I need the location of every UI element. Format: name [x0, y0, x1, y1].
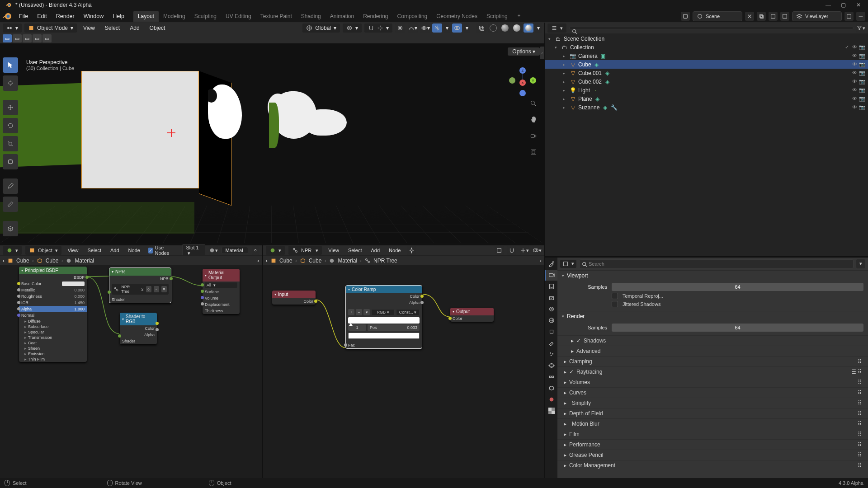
perspective-toggle-icon[interactable] — [528, 147, 539, 158]
npr-menu-view[interactable]: View — [326, 246, 342, 254]
axis-x[interactable]: X — [519, 80, 526, 86]
gizmo-dropdown[interactable]: ▾ — [444, 23, 450, 33]
hide-render-icon[interactable]: 📷 — [859, 79, 865, 84]
node-principled-bsdf[interactable]: ▾Principled BSDF BSDF Base Color Metalli… — [19, 267, 87, 362]
viewlayer-field[interactable]: ViewLayer — [792, 11, 842, 21]
npr-type-dropdown[interactable]: NPR ▾ — [288, 246, 322, 255]
ptab-viewlayer[interactable] — [545, 292, 557, 303]
ptab-tool[interactable] — [545, 258, 557, 269]
shading-dropdown[interactable]: ▾ — [535, 23, 542, 33]
ramp-position[interactable]: Pos0.033 — [368, 324, 420, 331]
outliner-scene-collection[interactable]: ▾ 🗀 Scene Collection — [545, 34, 868, 43]
editor-type-dropdown[interactable]: ▾ — [3, 23, 22, 33]
select-sub-mode[interactable]: ▭ — [23, 34, 32, 42]
hide-render-icon[interactable]: 📷 — [859, 70, 865, 76]
ramp-interpolation[interactable]: Const... ▾ — [396, 309, 420, 315]
gizmo-toggle[interactable] — [432, 23, 442, 33]
ptab-texture[interactable] — [545, 405, 557, 416]
panel-film[interactable]: ▸Film⠿ — [557, 429, 868, 439]
zoom-icon[interactable] — [528, 98, 539, 109]
hide-viewport-icon[interactable]: 👁 — [852, 79, 857, 84]
npr-overlay-opts[interactable]: ▾ — [533, 246, 542, 255]
bsdf-metallic[interactable]: Metallic — [21, 288, 35, 292]
tool-select-box[interactable] — [3, 57, 18, 73]
props-editor-type[interactable]: ▾ — [560, 260, 576, 268]
pan-icon[interactable] — [528, 114, 539, 125]
hide-render-icon[interactable]: 📷 — [859, 87, 865, 93]
node-material-output[interactable]: ▾Material Output All ▾ Surface Volume Di… — [203, 269, 240, 314]
visibility-toggle[interactable]: ▾ — [420, 23, 430, 33]
temporal-reproj-checkbox[interactable] — [612, 293, 618, 299]
hide-viewport-icon[interactable]: 👁 — [852, 104, 857, 110]
outliner-search[interactable] — [569, 27, 854, 29]
nbc-3[interactable]: NPR Tree — [373, 258, 397, 264]
shader-menu-select[interactable]: Select — [85, 246, 104, 254]
tab-shading[interactable]: Shading — [297, 11, 326, 22]
proportional-curve-dropdown[interactable]: ▾ — [408, 23, 418, 33]
tool-transform[interactable] — [3, 154, 18, 169]
alpha-value[interactable]: 1.000 — [74, 307, 85, 311]
npr-canvas[interactable]: ▾Input Color ▾Color Ramp Color Alpha + −… — [263, 265, 544, 478]
hide-viewport-icon[interactable]: 👁 — [852, 96, 857, 102]
npr-parent-button[interactable] — [495, 246, 504, 255]
axis-neg-y[interactable] — [509, 77, 515, 84]
add-workspace-button[interactable]: + — [514, 11, 524, 22]
menu-edit[interactable]: Edit — [33, 11, 52, 21]
tab-rendering[interactable]: Rendering — [359, 11, 392, 22]
ramp-tools[interactable]: ▾ — [363, 309, 370, 315]
ramp-stop-handle[interactable] — [349, 323, 353, 326]
mout-surface[interactable]: Surface — [205, 290, 219, 294]
select-ext-mode[interactable]: ▭ — [13, 34, 22, 42]
tab-geonodes[interactable]: Geometry Nodes — [432, 11, 482, 22]
tab-uv[interactable]: UV Editing — [221, 11, 256, 22]
tool-add-cube[interactable] — [3, 221, 18, 236]
ramp-add-stop[interactable]: + — [348, 309, 354, 315]
bsdf-alpha[interactable]: Alpha — [21, 307, 32, 311]
node-shader-to-rgb[interactable]: ▾Shader to RGB Color Alpha Shader — [120, 313, 157, 344]
select-box-mode[interactable]: ▭ — [3, 34, 12, 42]
axis-neg-z[interactable] — [519, 90, 526, 96]
mode-dropdown[interactable]: Object Mode ▾ — [24, 23, 77, 33]
scene-new-button[interactable] — [769, 12, 778, 21]
axis-y[interactable]: Y — [530, 77, 536, 84]
properties-body[interactable]: ▾ Search ▾ ▾Viewport Samples64 Temporal … — [557, 258, 868, 479]
ptab-output[interactable] — [545, 281, 557, 292]
ptab-render[interactable] — [545, 270, 557, 281]
ptab-physics[interactable] — [545, 360, 557, 371]
menu-file[interactable]: File — [14, 11, 33, 21]
overlays-dropdown[interactable]: ▾ — [464, 23, 470, 33]
render-panel-header[interactable]: ▾Render — [557, 311, 868, 321]
tab-layout[interactable]: Layout — [133, 11, 159, 22]
ptab-particles[interactable] — [545, 349, 557, 360]
npr-shader-in[interactable]: Shader — [112, 297, 125, 302]
close-button[interactable]: ✕ — [856, 2, 863, 8]
tool-measure[interactable] — [3, 197, 18, 212]
node-npr[interactable]: ▾NPR NPR NPR Tree 2 ○ ▫ ✕ Shader — [109, 267, 171, 303]
camera-view-icon[interactable] — [528, 131, 539, 141]
panel-advanced[interactable]: ▸Advanced — [557, 346, 868, 356]
outliner-tree[interactable]: ▾ 🗀 Scene Collection ▾ 🗀 Collection ✓ 👁 … — [545, 33, 868, 256]
viewlayer-browse-icon[interactable] — [780, 12, 789, 21]
shader-object-dropdown[interactable]: Object ▾ — [25, 246, 61, 255]
tab-sculpting[interactable]: Sculpting — [190, 11, 221, 22]
node-color-ramp[interactable]: ▾Color Ramp Color Alpha + − ▾ RGB ▾ Cons… — [345, 285, 422, 349]
npr-pin-icon[interactable] — [407, 246, 416, 255]
tab-compositing[interactable]: Compositing — [393, 11, 432, 22]
panel-performance[interactable]: ▸Performance⠿ — [557, 439, 868, 450]
bsdf-specular[interactable]: ▸Specular — [19, 329, 87, 335]
orientation-dropdown[interactable]: Global ▾ — [302, 23, 340, 33]
hide-render-icon[interactable]: 📷 — [859, 61, 865, 67]
hide-viewport-icon[interactable]: 👁 — [852, 87, 857, 93]
bsdf-subsurface[interactable]: ▸Subsurface — [19, 324, 87, 329]
ramp-del-stop[interactable]: − — [356, 309, 362, 315]
nbc-collapse[interactable]: › — [540, 258, 542, 264]
hide-render-icon[interactable]: 📷 — [859, 53, 865, 59]
snap-toggle[interactable]: ▾ — [364, 23, 392, 33]
bsdf-sheen[interactable]: ▸Sheen — [19, 346, 87, 351]
ramp-color-swatch[interactable] — [348, 333, 420, 339]
npr-unlink[interactable]: ✕ — [161, 286, 167, 292]
output-color-in[interactable]: Color — [453, 316, 462, 321]
node-output[interactable]: ▾Output Color — [450, 308, 494, 322]
navigation-gizmo[interactable]: Z X Y — [509, 67, 536, 94]
ptab-scene[interactable] — [545, 304, 557, 314]
